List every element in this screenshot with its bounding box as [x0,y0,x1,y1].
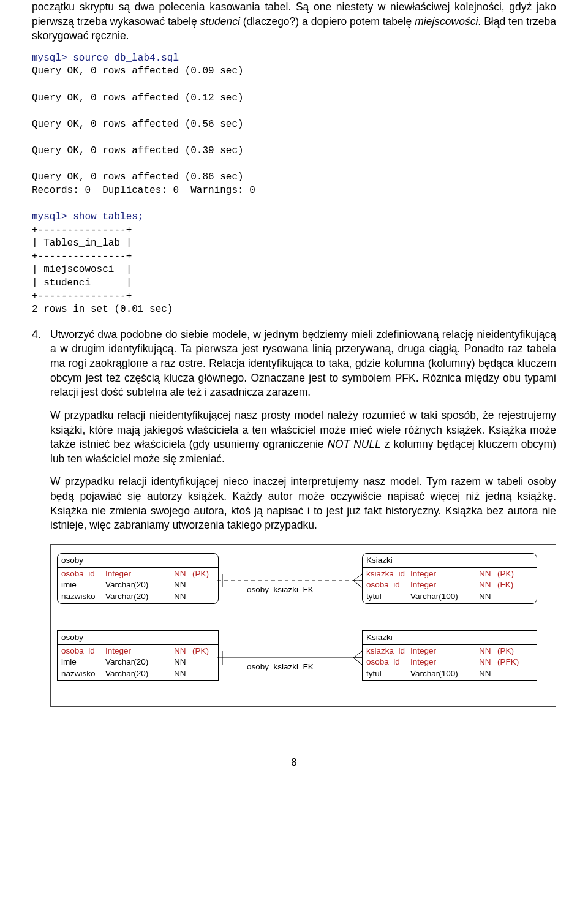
table-header: osoby [58,554,218,568]
col-nn: NN [174,646,192,657]
svg-line-7 [353,651,362,658]
sql-command: mysql> show tables; [32,211,143,222]
code-line: Query OK, 0 rows affected (0.09 sec) [32,66,244,77]
col-key [192,579,214,590]
col-nn: NN [479,657,497,668]
code-line: | miejscowosci | [32,264,132,275]
col-type: Integer [410,579,479,590]
col-name: nazwisko [61,591,105,602]
col-type: Varchar(100) [410,668,479,679]
paragraph: Utworzyć dwa podobne do siebie modele, w… [50,328,556,400]
col-type: Varchar(20) [105,668,174,679]
col-nn: NN [174,591,192,602]
paragraph-1: początku skryptu są dwa polecenia kasowa… [32,0,556,43]
col-key [192,668,214,679]
code-line: Query OK, 0 rows affected (0.12 sec) [32,92,244,104]
col-name: nazwisko [61,668,105,679]
emphasis: studenci [200,15,240,28]
paragraph: W przypadku relacji nieidentyfikującej n… [50,409,556,467]
code-line: 2 rows in set (0.01 sec) [32,304,173,315]
col-nn: NN [174,657,192,668]
col-type: Integer [410,657,479,668]
col-name: imie [61,579,105,590]
col-nn: NN [479,668,497,679]
col-name: imie [61,657,105,668]
col-key: (PK) [497,646,519,657]
table-header: osoby [58,631,218,645]
col-type: Integer [410,568,479,579]
table-osoby: osoby osoba_idIntegerNN(PK) imieVarchar(… [57,630,219,681]
code-line: | Tables_in_lab | [32,238,132,249]
relation-label: osoby_ksiazki_FK [247,661,314,673]
col-key: (PFK) [497,657,519,668]
svg-line-4 [353,581,362,587]
col-name: ksiazka_id [366,568,410,579]
list-item-4: 4. Utworzyć dwa podobne do siebie modele… [32,328,556,707]
paragraph: W przypadku relacji identyfikującej niec… [50,475,556,533]
svg-line-9 [353,658,362,665]
col-type: Varchar(20) [105,579,174,590]
col-key: (FK) [497,579,519,590]
col-name: osoba_id [61,646,105,657]
col-key: (PK) [192,568,214,579]
col-nn: NN [479,579,497,590]
col-nn: NN [479,568,497,579]
col-name: osoba_id [366,579,410,590]
col-name: ksiazka_id [366,646,410,657]
relation-label: osoby_ksiazki_FK [247,584,314,595]
code-line: Query OK, 0 rows affected (0.56 sec) [32,119,244,130]
col-nn: NN [174,568,192,579]
list-number: 4. [32,328,50,342]
sql-command: mysql> source db_lab4.sql [32,53,179,64]
col-name: tytul [366,668,410,679]
col-type: Varchar(20) [105,657,174,668]
emphasis: miejscowości [415,15,478,28]
col-name: tytul [366,591,410,602]
col-type: Varchar(20) [105,591,174,602]
col-type: Integer [410,646,479,657]
table-header: Ksiazki [363,554,537,568]
text: (dlaczego?) a dopiero potem tabelę [240,15,415,28]
col-key: (PK) [497,568,519,579]
table-header: Ksiazki [363,631,537,645]
col-type: Integer [105,646,174,657]
er-diagram: osoby osoba_idIntegerNN(PK) imieVarchar(… [50,544,556,707]
table-ksiazki: Ksiazki ksiazka_idIntegerNN(PK) osoba_id… [362,553,537,604]
svg-line-2 [353,574,362,581]
page-number: 8 [32,756,556,769]
code-line: | studenci | [32,277,132,288]
col-nn: NN [479,591,497,602]
col-nn: NN [174,579,192,590]
col-nn: NN [174,668,192,679]
col-name: osoba_id [366,657,410,668]
table-osoby: osoby osoba_idIntegerNN(PK) imieVarchar(… [57,553,219,604]
col-nn: NN [479,646,497,657]
col-key: (PK) [192,646,214,657]
code-line: +---------------+ [32,291,132,302]
col-key [497,591,519,602]
code-line: +---------------+ [32,251,132,262]
code-block: mysql> source db_lab4.sql Query OK, 0 ro… [32,52,556,317]
emphasis: NOT NULL [327,438,381,450]
code-line: Records: 0 Duplicates: 0 Warnings: 0 [32,185,255,196]
model-identifying: osoby osoba_idIntegerNN(PK) imieVarchar(… [57,630,549,696]
col-type: Integer [105,568,174,579]
table-ksiazki: Ksiazki ksiazka_idIntegerNN(PK) osoba_id… [362,630,537,681]
col-type: Varchar(100) [410,591,479,602]
model-nonidentifying: osoby osoba_idIntegerNN(PK) imieVarchar(… [57,553,549,619]
code-line: Query OK, 0 rows affected (0.39 sec) [32,145,244,156]
code-line: Query OK, 0 rows affected (0.86 sec) [32,171,244,183]
col-key [497,668,519,679]
col-name: osoba_id [61,568,105,579]
col-key [192,657,214,668]
code-line: +---------------+ [32,225,132,236]
col-key [192,591,214,602]
